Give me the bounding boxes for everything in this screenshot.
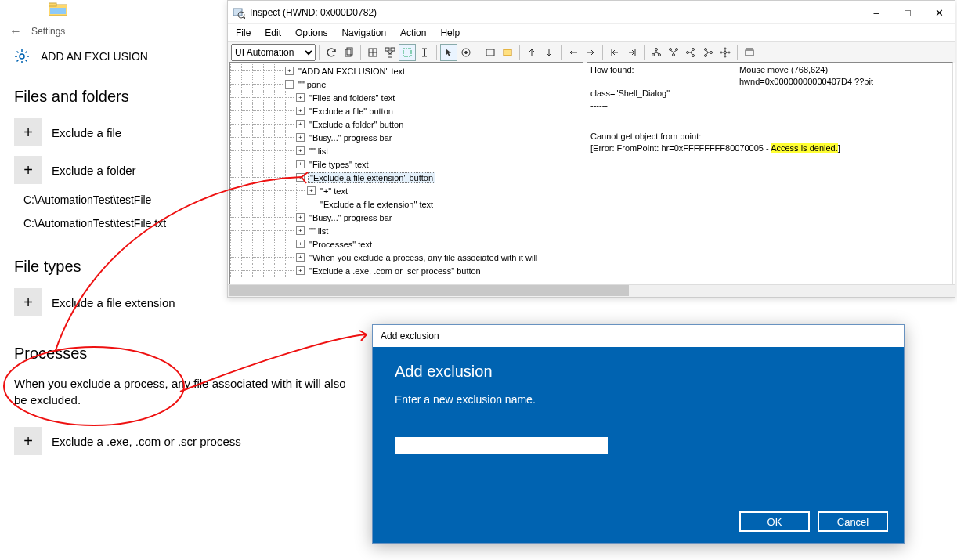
menu-file[interactable]: File bbox=[236, 27, 251, 38]
toolbar-sep bbox=[737, 45, 738, 60]
svg-rect-42 bbox=[746, 50, 753, 56]
tree-expander[interactable]: + bbox=[296, 120, 305, 128]
tree-row[interactable]: +"" list bbox=[230, 144, 583, 157]
tree-expander[interactable]: + bbox=[296, 240, 305, 248]
menu-edit[interactable]: Edit bbox=[265, 27, 281, 38]
toolbar-tree-star-icon[interactable] bbox=[717, 44, 734, 61]
tree-label: "+" text bbox=[319, 186, 349, 196]
menu-options[interactable]: Options bbox=[295, 27, 327, 38]
explorer-icon bbox=[42, 0, 74, 19]
toolbar-sep bbox=[436, 45, 437, 60]
menu-help[interactable]: Help bbox=[440, 27, 460, 38]
svg-rect-17 bbox=[403, 49, 411, 56]
toolbar-highlight-icon[interactable] bbox=[499, 44, 516, 61]
tree-expander[interactable]: + bbox=[285, 67, 294, 75]
info-error-line2: [Error: FromPoint: hr=0xFFFFFFFF80070005… bbox=[590, 143, 949, 154]
tree-row[interactable]: +"Busy..." progress bar bbox=[230, 211, 583, 224]
exclusion-name-input[interactable] bbox=[395, 437, 608, 454]
toolbar-tree-left-icon[interactable] bbox=[682, 44, 699, 61]
toolbar-tree-right-icon[interactable] bbox=[699, 44, 717, 61]
tree-label: "Busy..." progress bar bbox=[308, 213, 393, 222]
tree-row[interactable]: +"Processes" text bbox=[230, 237, 583, 251]
tree-row[interactable]: +"Busy..." progress bar bbox=[230, 131, 583, 144]
toolbar-last-child-icon[interactable] bbox=[623, 44, 641, 61]
tree-row[interactable]: +"When you exclude a process, any file a… bbox=[230, 251, 583, 264]
svg-point-38 bbox=[724, 48, 726, 49]
tree-expander[interactable]: + bbox=[296, 160, 305, 168]
tree-expander[interactable]: + bbox=[296, 213, 305, 222]
inspect-titlebar[interactable]: Inspect (HWND: 0x000D0782) – □ ✕ bbox=[228, 1, 955, 24]
svg-point-31 bbox=[687, 51, 689, 53]
tree-row[interactable]: +"Exclude a folder" button bbox=[230, 117, 583, 131]
how-found-val: Mouse move (768,624) bbox=[739, 65, 828, 74]
exclude-process-label: Exclude a .exe, .com or .scr process bbox=[52, 435, 241, 448]
tree-row[interactable]: +"Exclude a .exe, .com or .scr process" … bbox=[230, 264, 583, 277]
tree-row[interactable]: "Exclude a file extension" text bbox=[230, 197, 583, 211]
menu-action[interactable]: Action bbox=[400, 27, 426, 38]
svg-line-16 bbox=[390, 51, 393, 54]
maximize-button[interactable]: □ bbox=[892, 1, 923, 24]
toolbar-tree-icon[interactable] bbox=[381, 44, 399, 61]
close-button[interactable]: ✕ bbox=[923, 1, 955, 24]
menu-navigation[interactable]: Navigation bbox=[341, 27, 386, 38]
toolbar-nav-icon[interactable] bbox=[364, 44, 381, 61]
toolbar-parent-icon[interactable] bbox=[523, 44, 540, 61]
tree-expander[interactable]: + bbox=[307, 186, 316, 195]
ok-button[interactable]: OK bbox=[739, 511, 810, 532]
tree-row[interactable]: -"Exclude a file extension" button bbox=[230, 171, 583, 184]
tree-row[interactable]: +"Exclude a file" button bbox=[230, 104, 583, 117]
toolbar-sep bbox=[602, 45, 603, 60]
svg-point-41 bbox=[728, 52, 730, 53]
h-scrollbar[interactable] bbox=[587, 284, 953, 297]
tree-expander[interactable]: + bbox=[296, 146, 305, 155]
toolbar-refresh-icon[interactable] bbox=[323, 44, 340, 61]
svg-line-6 bbox=[244, 17, 245, 19]
exclude-folder-button[interactable]: + bbox=[14, 156, 42, 184]
toolbar-prev-sibling-icon[interactable] bbox=[565, 44, 582, 61]
tree-row[interactable]: +"Files and folders" text bbox=[230, 91, 583, 104]
info-pane[interactable]: How found:Mouse move (768,624) hwnd=0x00… bbox=[587, 62, 953, 297]
minimize-button[interactable]: – bbox=[861, 1, 892, 24]
tree-pane[interactable]: +"ADD AN EXCLUSION" text-"" pane+"Files … bbox=[229, 62, 583, 297]
exclude-file-label: Exclude a file bbox=[52, 126, 121, 139]
toolbar-cursor-icon[interactable] bbox=[440, 44, 457, 61]
tree-expander[interactable]: - bbox=[285, 80, 294, 89]
toolbar-rect-icon[interactable] bbox=[482, 44, 499, 61]
toolbar-sep bbox=[478, 45, 479, 60]
tree-label: "" list bbox=[308, 226, 330, 236]
toolbar-action-icon[interactable] bbox=[741, 44, 758, 61]
toolbar-first-child-icon[interactable] bbox=[606, 44, 623, 61]
toolbar-next-sibling-icon[interactable] bbox=[582, 44, 599, 61]
tree-expander[interactable]: - bbox=[296, 173, 305, 182]
tree-expander[interactable]: + bbox=[296, 253, 305, 262]
toolbar-child-icon[interactable] bbox=[540, 44, 558, 61]
exclude-folder-label: Exclude a folder bbox=[52, 164, 136, 177]
tree-row[interactable]: +"ADD AN EXCLUSION" text bbox=[230, 64, 583, 78]
tree-expander[interactable]: + bbox=[296, 107, 305, 115]
tree-expander[interactable]: + bbox=[296, 226, 305, 235]
tree-row[interactable]: +"" list bbox=[230, 224, 583, 237]
dialog-subtext: Enter a new exclusion name. bbox=[395, 393, 882, 406]
toolbar-copy-icon[interactable] bbox=[340, 44, 357, 61]
back-arrow[interactable]: ← bbox=[0, 24, 31, 38]
tree-row[interactable]: +"+" text bbox=[230, 184, 583, 197]
toolbar-watch-cursor-icon[interactable] bbox=[399, 44, 416, 61]
tree-expander[interactable]: + bbox=[296, 266, 305, 275]
dialog-heading: Add exclusion bbox=[395, 363, 882, 381]
tree-expander[interactable]: + bbox=[296, 133, 305, 142]
tree-expander[interactable]: + bbox=[296, 93, 305, 102]
toolbar-tree-up-icon[interactable] bbox=[648, 44, 665, 61]
tree-row[interactable]: +"File types" text bbox=[230, 157, 583, 171]
automation-mode-select[interactable]: UI Automation bbox=[231, 44, 316, 61]
toolbar-caret-icon[interactable] bbox=[416, 44, 433, 61]
add-exclusion-dialog: Add exclusion Add exclusion Enter a new … bbox=[372, 324, 905, 544]
dialog-titlebar[interactable]: Add exclusion bbox=[373, 325, 904, 347]
toolbar-tree-down-icon[interactable] bbox=[665, 44, 682, 61]
tree-row[interactable]: -"" pane bbox=[230, 78, 583, 91]
exclude-file-button[interactable]: + bbox=[14, 118, 42, 146]
toolbar-focus-icon[interactable] bbox=[457, 44, 475, 61]
tree-label: "Exclude a file extension" text bbox=[319, 200, 435, 209]
exclude-process-button[interactable]: + bbox=[14, 427, 42, 455]
cancel-button[interactable]: Cancel bbox=[818, 511, 888, 532]
exclude-extension-button[interactable]: + bbox=[14, 288, 42, 316]
